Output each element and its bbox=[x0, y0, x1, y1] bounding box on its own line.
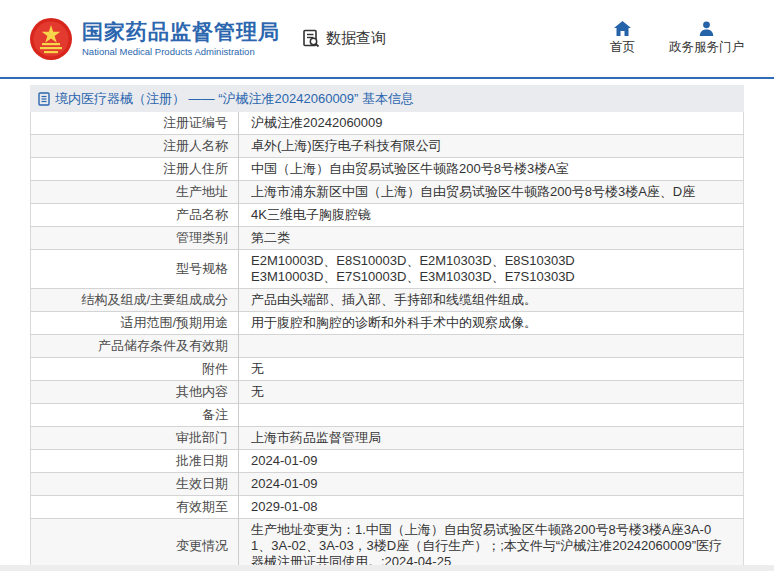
table-row: 管理类别第二类 bbox=[31, 227, 744, 250]
row-label: 结构及组成/主要组成成分 bbox=[31, 289, 239, 312]
row-value: 第二类 bbox=[239, 227, 744, 250]
table-row: 注册人名称卓外(上海)医疗电子科技有限公司 bbox=[31, 135, 744, 158]
table-row: 产品名称4K三维电子胸腹腔镜 bbox=[31, 204, 744, 227]
agency-title-block: 国家药品监督管理局 National Medical Products Admi… bbox=[82, 20, 280, 57]
agency-brand: 国家药品监督管理局 National Medical Products Admi… bbox=[30, 18, 280, 60]
table-row: 注册证编号沪械注准20242060009 bbox=[31, 112, 744, 135]
row-label: 注册人名称 bbox=[31, 135, 239, 158]
national-emblem-logo bbox=[30, 18, 72, 60]
document-search-icon bbox=[302, 29, 321, 48]
row-label: 适用范围/预期用途 bbox=[31, 312, 239, 335]
row-value bbox=[239, 335, 744, 358]
row-label: 备注 bbox=[31, 404, 239, 427]
row-label: 产品名称 bbox=[31, 204, 239, 227]
row-label: 注册人住所 bbox=[31, 158, 239, 181]
agency-name-cn: 国家药品监督管理局 bbox=[82, 20, 280, 44]
home-icon bbox=[614, 21, 631, 36]
person-icon bbox=[699, 21, 714, 36]
row-value: 2024-01-09 bbox=[239, 450, 744, 473]
nav-item-gov-portal[interactable]: 政务服务门户 bbox=[669, 21, 744, 56]
row-label: 生产地址 bbox=[31, 181, 239, 204]
row-label: 注册证编号 bbox=[31, 112, 239, 135]
page-title: 境内医疗器械（注册） —— “沪械注准20242060009” 基本信息 bbox=[55, 90, 414, 108]
row-label: 变更情况 bbox=[31, 519, 239, 571]
main-content: 境内医疗器械（注册） —— “沪械注准20242060009” 基本信息 注册证… bbox=[0, 79, 774, 571]
nav-item-home[interactable]: 首页 bbox=[610, 21, 635, 56]
table-row: 批准日期2024-01-09 bbox=[31, 450, 744, 473]
row-label: 批准日期 bbox=[31, 450, 239, 473]
row-value: 用于腹腔和胸腔的诊断和外科手术中的观察成像。 bbox=[239, 312, 744, 335]
table-row: 生效日期2024-01-09 bbox=[31, 473, 744, 496]
table-row: 备注 bbox=[31, 404, 744, 427]
row-value: 2029-01-08 bbox=[239, 496, 744, 519]
table-row: 结构及组成/主要组成成分产品由头端部、插入部、手持部和线缆组件组成。 bbox=[31, 289, 744, 312]
row-value: 无 bbox=[239, 381, 744, 404]
table-row: 生产地址上海市浦东新区中国（上海）自由贸易试验区牛顿路200号8号楼3楼A座、D… bbox=[31, 181, 744, 204]
row-value: 沪械注准20242060009 bbox=[239, 112, 744, 135]
row-value: E2M10003D、E8S10003D、E2M10303D、E8S10303D … bbox=[239, 250, 744, 289]
nav-portal-label: 政务服务门户 bbox=[669, 39, 744, 56]
data-query-label: 数据查询 bbox=[326, 29, 386, 48]
row-value bbox=[239, 404, 744, 427]
row-value: 产品由头端部、插入部、手持部和线缆组件组成。 bbox=[239, 289, 744, 312]
row-label: 审批部门 bbox=[31, 427, 239, 450]
row-label: 其他内容 bbox=[31, 381, 239, 404]
row-label: 有效期至 bbox=[31, 496, 239, 519]
table-row: 变更情况生产地址变更为：1.中国（上海）自由贸易试验区牛顿路200号8号楼3楼A… bbox=[31, 519, 744, 571]
registration-info-table: 注册证编号沪械注准20242060009注册人名称卓外(上海)医疗电子科技有限公… bbox=[30, 112, 744, 571]
page-title-bar: 境内医疗器械（注册） —— “沪械注准20242060009” 基本信息 bbox=[30, 85, 744, 112]
info-table-body: 注册证编号沪械注准20242060009注册人名称卓外(上海)医疗电子科技有限公… bbox=[31, 112, 744, 571]
row-value: 生产地址变更为：1.中国（上海）自由贸易试验区牛顿路200号8号楼3楼A座3A-… bbox=[239, 519, 744, 571]
row-label: 型号规格 bbox=[31, 250, 239, 289]
nav-home-label: 首页 bbox=[610, 39, 635, 56]
row-label: 管理类别 bbox=[31, 227, 239, 250]
site-header: 国家药品监督管理局 National Medical Products Admi… bbox=[0, 0, 774, 79]
row-label: 产品储存条件及有效期 bbox=[31, 335, 239, 358]
table-row: 产品储存条件及有效期 bbox=[31, 335, 744, 358]
table-row: 附件无 bbox=[31, 358, 744, 381]
table-row: 适用范围/预期用途用于腹腔和胸腔的诊断和外科手术中的观察成像。 bbox=[31, 312, 744, 335]
table-row: 其他内容无 bbox=[31, 381, 744, 404]
agency-name-en: National Medical Products Administration bbox=[82, 46, 280, 57]
row-value: 卓外(上海)医疗电子科技有限公司 bbox=[239, 135, 744, 158]
header-nav: 首页 政务服务门户 bbox=[610, 21, 744, 56]
row-label: 生效日期 bbox=[31, 473, 239, 496]
row-value: 4K三维电子胸腹腔镜 bbox=[239, 204, 744, 227]
table-row: 有效期至2029-01-08 bbox=[31, 496, 744, 519]
table-row: 审批部门上海市药品监督管理局 bbox=[31, 427, 744, 450]
table-row: 型号规格E2M10003D、E8S10003D、E2M10303D、E8S103… bbox=[31, 250, 744, 289]
table-row: 注册人住所中国（上海）自由贸易试验区牛顿路200号8号楼3楼A室 bbox=[31, 158, 744, 181]
footer-strip bbox=[0, 565, 774, 571]
document-icon bbox=[38, 92, 50, 106]
row-value: 2024-01-09 bbox=[239, 473, 744, 496]
row-value: 无 bbox=[239, 358, 744, 381]
row-value: 上海市药品监督管理局 bbox=[239, 427, 744, 450]
row-value: 中国（上海）自由贸易试验区牛顿路200号8号楼3楼A室 bbox=[239, 158, 744, 181]
row-value: 上海市浦东新区中国（上海）自由贸易试验区牛顿路200号8号楼3楼A座、D座 bbox=[239, 181, 744, 204]
data-query-menu[interactable]: 数据查询 bbox=[302, 29, 386, 48]
row-label: 附件 bbox=[31, 358, 239, 381]
